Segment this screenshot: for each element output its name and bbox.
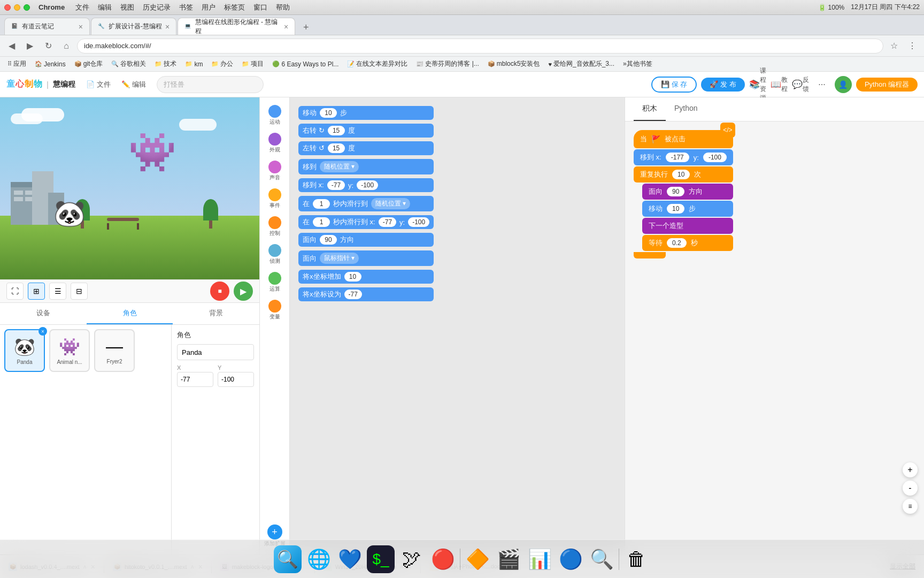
- sprite-x-input[interactable]: [177, 372, 213, 387]
- dock-quicktime[interactable]: 🔵: [557, 545, 584, 573]
- s-move-x[interactable]: -177: [666, 153, 689, 162]
- tab-python[interactable]: Python: [666, 97, 706, 121]
- palette-var[interactable]: 变量: [263, 296, 287, 323]
- sprite-animal[interactable]: 👾 Animal n...: [49, 329, 90, 372]
- new-tab-btn[interactable]: +: [298, 20, 313, 35]
- tab-background[interactable]: 背景: [173, 303, 259, 324]
- maximize-window-btn[interactable]: [24, 4, 30, 11]
- code-area[interactable]: 移动 10 步 右转 ↻ 15 度 左转 ↺ 15 度 移到 随机位置 ▾: [290, 97, 625, 554]
- block-left-turn[interactable]: 左转 ↺ 15 度: [298, 141, 434, 155]
- block-move-val[interactable]: 10: [320, 108, 337, 118]
- tab-blocks[interactable]: 积木: [634, 97, 666, 121]
- block-set-x[interactable]: 将x坐标设为 -77: [298, 287, 434, 301]
- block-glide-random[interactable]: 在 1 秒内滑行到 随机位置 ▾: [298, 196, 434, 211]
- menu-edit[interactable]: 编辑: [98, 3, 112, 12]
- dock-premiere[interactable]: 🎬: [495, 545, 522, 573]
- dock-vscode[interactable]: 💙: [336, 545, 364, 573]
- avatar[interactable]: 👤: [835, 76, 852, 93]
- s-face-val[interactable]: 90: [667, 187, 684, 196]
- palette-control[interactable]: 控制: [263, 213, 287, 240]
- tab-device[interactable]: 设备: [0, 303, 87, 324]
- glide-xy-secs[interactable]: 1: [313, 217, 330, 227]
- script-next-costume[interactable]: 下一个造型: [642, 218, 733, 234]
- script-move[interactable]: 移动 10 步: [642, 201, 733, 217]
- script-wait[interactable]: 等待 0.2 秒: [642, 235, 733, 251]
- palette-looks[interactable]: 外观: [263, 130, 287, 156]
- s-move2-val[interactable]: 10: [667, 204, 684, 214]
- sprite-name-input[interactable]: [177, 344, 254, 360]
- refresh-btn[interactable]: ↻: [41, 39, 56, 54]
- palette-motion[interactable]: 运动: [263, 102, 287, 128]
- bookmark-google[interactable]: 🔍谷歌相关: [108, 58, 149, 70]
- face-mouse-dd[interactable]: 鼠标指针 ▾: [320, 253, 359, 264]
- bookmark-blog[interactable]: 📰史蒂芬周的博客 |...: [413, 58, 482, 70]
- bookmark-git[interactable]: 📦git仓库: [71, 58, 106, 70]
- menu-tabs[interactable]: 标签页: [224, 3, 245, 12]
- tab-sprite[interactable]: 角色: [87, 303, 173, 324]
- tab2-close[interactable]: ×: [165, 22, 170, 31]
- chrome-settings[interactable]: ⋮: [905, 39, 920, 54]
- bookmark-diff[interactable]: 📝在线文本差异对比: [344, 58, 411, 70]
- s-repeat-val[interactable]: 10: [672, 170, 690, 179]
- save-button[interactable]: 💾 保 存: [651, 77, 697, 93]
- nav-file[interactable]: 📄 文件: [82, 78, 115, 92]
- stop-btn[interactable]: ■: [210, 282, 229, 301]
- feedback-btn[interactable]: 💬 反馈: [792, 76, 809, 93]
- bookmark-6easy[interactable]: 🟢6 Easy Ways to Pl...: [269, 59, 342, 69]
- block-change-x[interactable]: 将x坐标增加 10: [298, 270, 434, 284]
- sprite-panda-delete[interactable]: ×: [38, 327, 47, 336]
- menu-help[interactable]: 帮助: [276, 3, 290, 12]
- s-move-y[interactable]: -100: [703, 153, 727, 162]
- forward-btn[interactable]: ▶: [22, 39, 37, 54]
- zoom-reset-btn[interactable]: ≡: [903, 499, 918, 514]
- dock-sublime[interactable]: 🔶: [464, 545, 491, 573]
- home-btn[interactable]: ⌂: [59, 39, 74, 54]
- dock-keynote[interactable]: 📊: [526, 545, 553, 573]
- bookmark-project[interactable]: 📁项目: [238, 58, 267, 70]
- bookmark-office[interactable]: 📁办公: [208, 58, 236, 70]
- dock-paw[interactable]: 🕊: [398, 545, 426, 573]
- palette-sense[interactable]: 侦测: [263, 241, 287, 268]
- menu-window[interactable]: 窗口: [253, 3, 267, 12]
- expand-code-btn[interactable]: </>: [720, 123, 735, 138]
- tile-view-btn[interactable]: ⊟: [71, 283, 88, 300]
- chrome-tab-3[interactable]: 💻 慧编程在线图形化编程 - 慧编程 ×: [178, 18, 295, 35]
- block-face-mouse[interactable]: 面向 鼠标指针 ▾: [298, 250, 434, 266]
- change-x-val[interactable]: 10: [344, 272, 361, 282]
- dock-app6[interactable]: 🔴: [429, 545, 457, 573]
- tutorial-btn[interactable]: 📖 教程: [771, 76, 788, 93]
- fullscreen-btn[interactable]: ⛶: [6, 283, 24, 300]
- glide-xy-x[interactable]: -77: [379, 217, 396, 227]
- move-xy-x[interactable]: -77: [327, 180, 345, 190]
- dock-trash[interactable]: 🗑: [622, 545, 650, 573]
- glide-xy-y[interactable]: -100: [408, 217, 429, 227]
- set-x-val[interactable]: -77: [344, 290, 362, 299]
- sprite-y-input[interactable]: [218, 372, 254, 387]
- menu-history[interactable]: 历史记录: [143, 3, 171, 12]
- python-editor-btn[interactable]: Python 编程器: [856, 78, 918, 92]
- block-right-turn[interactable]: 右转 ↻ 15 度: [298, 124, 434, 138]
- add-ext-btn[interactable]: +: [267, 524, 282, 539]
- bookmark-apps[interactable]: ⠿应用: [4, 58, 29, 70]
- list-view-btn[interactable]: ☰: [49, 283, 66, 300]
- address-bar-input[interactable]: ide.makeblock.com/#/: [77, 39, 883, 54]
- dock-chrome[interactable]: 🌐: [305, 545, 333, 573]
- back-btn[interactable]: ◀: [4, 39, 19, 54]
- chrome-tab-2[interactable]: 🔧 扩展设计器-慧编程 ×: [91, 18, 176, 35]
- block-move-to[interactable]: 移到 随机位置 ▾: [298, 159, 434, 174]
- menu-file[interactable]: 文件: [75, 3, 89, 12]
- minimize-window-btn[interactable]: [14, 4, 20, 11]
- publish-button[interactable]: 🚀 发 布: [701, 78, 745, 92]
- dock-finder[interactable]: 🔍: [274, 545, 302, 573]
- palette-op[interactable]: 运算: [263, 269, 287, 295]
- bookmark-star[interactable]: ☆: [887, 39, 902, 54]
- sprite-panda[interactable]: × 🐼 Panda: [4, 329, 45, 372]
- menu-bookmarks[interactable]: 书签: [179, 3, 193, 12]
- bookmark-aigei[interactable]: ♥爱给网_音效配乐_3...: [545, 58, 618, 70]
- sprite-fryer[interactable]: — Fryer2: [94, 329, 135, 372]
- menu-view[interactable]: 视图: [120, 3, 134, 12]
- move-xy-y[interactable]: -100: [357, 180, 378, 190]
- mac-menu[interactable]: 文件 编辑 视图 历史记录 书签 用户 标签页 窗口 帮助: [75, 3, 290, 12]
- bookmark-mblock[interactable]: 📦mblock5安装包: [484, 58, 543, 70]
- zoom-in-btn[interactable]: +: [903, 462, 918, 477]
